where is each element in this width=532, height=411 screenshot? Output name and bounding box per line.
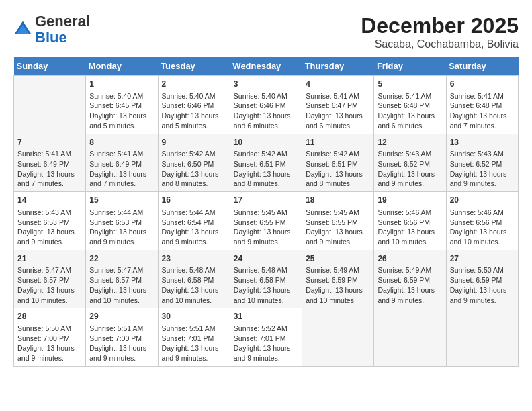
calendar-cell: 23Sunrise: 5:48 AMSunset: 6:58 PMDayligh… — [158, 250, 230, 308]
day-info: Sunset: 7:00 PM — [89, 334, 154, 344]
day-info: Daylight: 13 hours — [89, 111, 154, 121]
day-info: Sunset: 6:49 PM — [17, 159, 82, 169]
day-info: Sunrise: 5:41 AM — [378, 91, 442, 101]
day-info: and 10 minutes. — [162, 295, 226, 306]
day-info: Sunset: 6:55 PM — [306, 218, 370, 228]
day-number: 9 — [162, 137, 226, 148]
calendar-cell: 8Sunrise: 5:41 AMSunset: 6:49 PMDaylight… — [86, 134, 158, 192]
calendar-cell: 22Sunrise: 5:47 AMSunset: 6:57 PMDayligh… — [86, 250, 158, 308]
day-info: Daylight: 13 hours — [17, 227, 82, 237]
calendar-cell: 6Sunrise: 5:41 AMSunset: 6:48 PMDaylight… — [446, 76, 518, 134]
page-subtitle: Sacaba, Cochabamba, Bolivia — [361, 38, 519, 50]
day-info: Sunset: 6:53 PM — [89, 218, 154, 228]
day-info: and 7 minutes. — [89, 179, 154, 189]
day-info: Daylight: 13 hours — [162, 227, 226, 237]
logo-general: General — [35, 13, 90, 30]
day-info: and 9 minutes. — [17, 237, 82, 247]
day-info: Sunrise: 5:41 AM — [89, 149, 154, 159]
day-info: Daylight: 13 hours — [89, 285, 154, 295]
day-info: Daylight: 13 hours — [378, 111, 442, 121]
header-row: SundayMondayTuesdayWednesdayThursdayFrid… — [14, 57, 519, 76]
day-info: and 5 minutes. — [89, 121, 154, 131]
day-info: Sunset: 6:57 PM — [17, 275, 82, 285]
day-info: Sunset: 6:52 PM — [450, 159, 515, 169]
day-info: Daylight: 13 hours — [162, 343, 226, 353]
calendar-cell: 13Sunrise: 5:43 AMSunset: 6:52 PMDayligh… — [446, 134, 518, 192]
day-number: 31 — [234, 311, 298, 322]
day-info: Sunset: 6:49 PM — [89, 159, 154, 169]
day-info: Sunrise: 5:47 AM — [89, 265, 154, 275]
calendar-cell — [14, 76, 86, 134]
day-number: 2 — [162, 79, 226, 90]
day-info: Daylight: 13 hours — [306, 227, 370, 237]
day-info: Sunrise: 5:40 AM — [89, 91, 154, 101]
day-number: 23 — [162, 253, 226, 265]
day-info: Sunset: 6:48 PM — [450, 101, 515, 111]
day-number: 15 — [89, 195, 154, 206]
day-info: Sunset: 6:46 PM — [234, 101, 298, 111]
day-number: 1 — [89, 79, 154, 90]
calendar-week-1: 1Sunrise: 5:40 AMSunset: 6:45 PMDaylight… — [14, 76, 519, 134]
day-number: 6 — [450, 79, 515, 90]
calendar-cell: 25Sunrise: 5:49 AMSunset: 6:59 PMDayligh… — [302, 250, 374, 308]
day-info: Daylight: 13 hours — [378, 227, 442, 237]
day-number: 17 — [234, 195, 298, 206]
header-friday: Friday — [374, 57, 446, 76]
calendar-cell: 4Sunrise: 5:41 AMSunset: 6:47 PMDaylight… — [302, 76, 374, 134]
day-number: 12 — [378, 137, 442, 148]
calendar-cell: 10Sunrise: 5:42 AMSunset: 6:51 PMDayligh… — [230, 134, 302, 192]
day-info: and 9 minutes. — [306, 237, 370, 247]
day-info: and 10 minutes. — [234, 295, 298, 306]
header-saturday: Saturday — [446, 57, 518, 76]
day-info: and 10 minutes. — [378, 237, 442, 247]
day-number: 26 — [378, 253, 442, 265]
day-info: and 9 minutes. — [89, 353, 154, 363]
day-number: 13 — [450, 137, 515, 148]
day-info: Sunrise: 5:47 AM — [17, 265, 82, 275]
day-number: 21 — [17, 253, 82, 265]
calendar-cell: 19Sunrise: 5:46 AMSunset: 6:56 PMDayligh… — [374, 192, 446, 250]
day-info: and 10 minutes. — [450, 237, 515, 247]
day-info: Sunset: 6:52 PM — [378, 159, 442, 169]
logo-text: General Blue — [35, 13, 90, 46]
day-info: Daylight: 13 hours — [89, 227, 154, 237]
day-info: Daylight: 13 hours — [89, 169, 154, 179]
day-number: 20 — [450, 195, 515, 206]
day-info: and 6 minutes. — [306, 121, 370, 131]
day-info: Sunset: 6:59 PM — [306, 275, 370, 285]
calendar-cell: 29Sunrise: 5:51 AMSunset: 7:00 PMDayligh… — [86, 308, 158, 367]
header-monday: Monday — [86, 57, 158, 76]
day-info: Sunset: 6:48 PM — [378, 101, 442, 111]
day-number: 28 — [17, 311, 82, 322]
day-info: Sunrise: 5:46 AM — [450, 208, 515, 218]
day-info: and 9 minutes. — [234, 237, 298, 247]
title-block: December 2025 Sacaba, Cochabamba, Bolivi… — [361, 13, 519, 50]
calendar-cell: 2Sunrise: 5:40 AMSunset: 6:46 PMDaylight… — [158, 76, 230, 134]
calendar-cell: 9Sunrise: 5:42 AMSunset: 6:50 PMDaylight… — [158, 134, 230, 192]
day-info: Sunset: 7:01 PM — [162, 334, 226, 344]
day-info: Sunset: 6:58 PM — [234, 275, 298, 285]
day-info: Daylight: 13 hours — [162, 285, 226, 295]
day-info: and 8 minutes. — [162, 179, 226, 189]
day-info: and 7 minutes. — [450, 121, 515, 131]
header-wednesday: Wednesday — [230, 57, 302, 76]
logo-blue: Blue — [35, 29, 67, 46]
header-tuesday: Tuesday — [158, 57, 230, 76]
calendar-cell: 5Sunrise: 5:41 AMSunset: 6:48 PMDaylight… — [374, 76, 446, 134]
calendar-cell: 31Sunrise: 5:52 AMSunset: 7:01 PMDayligh… — [230, 308, 302, 367]
day-number: 5 — [378, 79, 442, 90]
day-info: Sunrise: 5:50 AM — [450, 265, 515, 275]
calendar-week-2: 7Sunrise: 5:41 AMSunset: 6:49 PMDaylight… — [14, 134, 519, 192]
calendar-cell: 27Sunrise: 5:50 AMSunset: 6:59 PMDayligh… — [446, 250, 518, 308]
day-info: Daylight: 13 hours — [234, 169, 298, 179]
day-info: Daylight: 13 hours — [162, 169, 226, 179]
calendar-cell: 28Sunrise: 5:50 AMSunset: 7:00 PMDayligh… — [14, 308, 86, 367]
day-info: and 9 minutes. — [234, 353, 298, 363]
day-info: Sunrise: 5:48 AM — [234, 265, 298, 275]
day-info: Sunset: 6:47 PM — [306, 101, 370, 111]
day-info: Sunrise: 5:50 AM — [17, 324, 82, 334]
calendar-week-3: 14Sunrise: 5:43 AMSunset: 6:53 PMDayligh… — [14, 192, 519, 250]
calendar-cell: 21Sunrise: 5:47 AMSunset: 6:57 PMDayligh… — [14, 250, 86, 308]
day-info: Sunrise: 5:44 AM — [89, 208, 154, 218]
day-info: Sunrise: 5:43 AM — [450, 149, 515, 159]
